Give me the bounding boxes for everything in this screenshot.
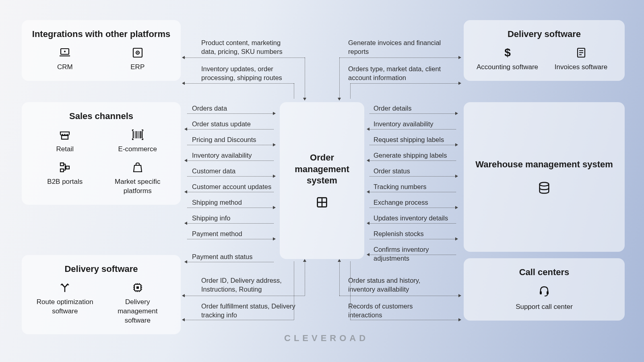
oms-title: Order management system (289, 152, 355, 187)
route-opt-item: Route optimization software (33, 282, 97, 325)
shopping-bag-icon (132, 161, 144, 173)
flow-top-right-out: Generate invoices and financial reports (348, 38, 445, 56)
delivery-left-card: Delivery software Route optimization sof… (22, 255, 181, 334)
laptop-icon (59, 47, 71, 59)
flow-left-8: Payment method (192, 229, 242, 238)
sales-title: Sales channels (31, 111, 172, 121)
flow-right-1: Inventory availability (374, 119, 433, 128)
flow-bottom-left-out: Order ID, Delivery address, Instructions… (201, 276, 290, 294)
crm-item: CRM (33, 47, 97, 72)
flow-left-9: Payment auth status (192, 252, 252, 261)
flow-bottom-left-in: Order fulfillment status, Delivery track… (201, 302, 302, 320)
barcode-icon (132, 129, 144, 141)
chip-icon (132, 282, 144, 294)
flow-left-4: Customer data (192, 167, 235, 175)
route-split-icon (59, 282, 71, 294)
grid-icon (315, 195, 329, 209)
flow-top-left-out: Product content, marketing data, pricing… (201, 38, 290, 56)
flow-right-4: Order status (374, 167, 410, 175)
flow-bottom-right-out: Order status and history, inventory avai… (348, 276, 437, 294)
sales-channels-card: Sales channels Retail E-commerce B2B por… (22, 102, 181, 205)
flow-right-2: Request shipping labels (374, 135, 444, 144)
flow-top-left-in: Inventory updates, order processing, shi… (201, 64, 290, 82)
flow-left-1: Order status update (192, 119, 251, 128)
integrations-card: Integrations with other platforms CRM ER… (22, 20, 181, 81)
storefront-icon (59, 129, 71, 141)
flow-left-3: Inventory availability (192, 151, 252, 160)
support-call-item: Support call center (473, 285, 616, 312)
dollar-icon (502, 47, 514, 59)
invoices-item: Invoices software (549, 47, 613, 72)
flow-right-3: Generate shipping labels (374, 151, 447, 160)
database-icon (537, 181, 551, 195)
accounting-item: Accounting software (475, 47, 539, 72)
brand-label: CLEVEROAD (284, 333, 369, 343)
flow-top-right-in: Orders type, market data, client account… (348, 64, 445, 82)
flow-left-6: Shipping method (192, 198, 242, 207)
delivery-right-title: Delivery software (473, 29, 616, 39)
gear-box-icon (132, 47, 144, 59)
erp-label: ERP (130, 63, 144, 72)
crm-label: CRM (57, 63, 73, 72)
flow-right-5: Tracking numbers (374, 182, 426, 191)
market-platforms-item: Market specific platforms (106, 161, 169, 196)
callcenters-title: Call centers (473, 267, 616, 278)
document-icon (575, 47, 587, 59)
flow-bottom-right-in: Records of customers interactions (348, 302, 441, 320)
flow-left-0: Orders data (192, 104, 227, 113)
flow-left-2: Pricing and Discounts (192, 135, 256, 144)
flow-right-6: Exchange process (374, 198, 428, 207)
flow-right-7: Updates inventory details (374, 214, 448, 222)
oms-center-card: Order management system (280, 102, 364, 259)
retail-item: Retail (33, 129, 97, 154)
delivery-left-title: Delivery software (31, 264, 172, 274)
sitemap-icon (59, 161, 71, 173)
delivery-mgmt-item: Delivery management software (106, 282, 169, 325)
callcenters-card: Call centers Support call center (464, 258, 625, 321)
delivery-right-card: Delivery software Accounting software In… (464, 20, 625, 81)
flow-right-8: Replenish stocks (374, 229, 424, 238)
flow-left-7: Shipping info (192, 214, 230, 222)
flow-right-0: Order details (374, 104, 411, 113)
headset-icon (538, 285, 550, 297)
ecommerce-item: E-commerce (106, 129, 169, 154)
warehouse-title: Warehouse management system (475, 159, 613, 170)
erp-item: ERP (106, 47, 169, 72)
integrations-title: Integrations with other platforms (31, 29, 172, 39)
b2b-item: B2B portals (33, 161, 97, 196)
flow-left-5: Customer account updates (192, 182, 271, 191)
warehouse-card: Warehouse management system (464, 102, 625, 252)
flow-right-9: Confirms inventory adjustments (374, 245, 454, 263)
